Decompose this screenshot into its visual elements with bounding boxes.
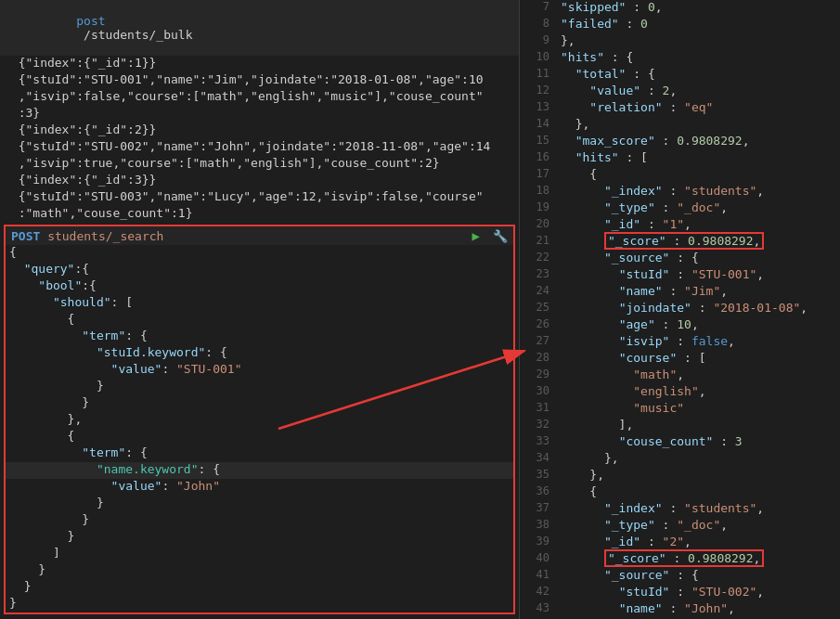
r1-line-7: "value": "STU-001" bbox=[6, 362, 513, 379]
right-line-36: 36 { bbox=[520, 484, 840, 501]
r1-line-19: } bbox=[6, 562, 513, 579]
r1-line-15: } bbox=[6, 496, 513, 512]
r1-line-13: "name.keyword": { bbox=[6, 462, 513, 479]
right-line-27: 27 "isvip" : false, bbox=[520, 334, 840, 351]
r1-line-20: } bbox=[6, 579, 513, 596]
right-line-10: 10 "hits" : { bbox=[520, 50, 840, 67]
request1-content: { "query":{ "bool":{ "should": [ { bbox=[6, 245, 513, 613]
request1-title: POST students/_search bbox=[11, 229, 163, 243]
right-line-22: 22 "_source" : { bbox=[520, 251, 840, 267]
r1-line-9: } bbox=[6, 395, 513, 412]
bulk-line-5: {"index":{"_id":2}} bbox=[0, 123, 519, 139]
right-line-38: 38 "_type" : "_doc", bbox=[520, 518, 840, 535]
right-line-8: 8 "failed" : 0 bbox=[520, 17, 840, 33]
right-line-42: 42 "stuId" : "STU-002", bbox=[520, 585, 840, 601]
r1-line-8: } bbox=[6, 379, 513, 395]
r1-line-14: "value": "John" bbox=[6, 479, 513, 496]
bulk-line-7: ,"isvip":true,"course":["math","english"… bbox=[0, 156, 519, 173]
r1-line-1: "query":{ bbox=[6, 262, 513, 278]
bulk-line-6: {"stuId":"STU-002","name":"John","joinda… bbox=[0, 139, 519, 156]
right-line-34: 34 }, bbox=[520, 451, 840, 468]
right-line-11: 11 "total" : { bbox=[520, 67, 840, 84]
r1-line-0: { bbox=[6, 245, 513, 262]
r1-line-16: } bbox=[6, 512, 513, 529]
right-line-35: 35 }, bbox=[520, 468, 840, 484]
right-line-21: 21 "_score" : 0.9808292, bbox=[520, 234, 840, 251]
score-box-2: "_score" : 0.9808292, bbox=[604, 549, 764, 567]
right-line-37: 37 "_index" : "students", bbox=[520, 501, 840, 518]
request1-header: POST students/_search ▶ 🔧 bbox=[6, 226, 513, 245]
bulk-line-10: :"math","couse_count":1} bbox=[0, 206, 519, 223]
bulk-section: post /students/_bulk {"index":{"_id":1}}… bbox=[0, 0, 519, 223]
right-line-30: 30 "english", bbox=[520, 384, 840, 401]
right-line-14: 14 }, bbox=[520, 117, 840, 134]
right-line-31: 31 "music" bbox=[520, 401, 840, 418]
settings-icon[interactable]: 🔧 bbox=[493, 229, 508, 243]
right-line-17: 17 { bbox=[520, 167, 840, 184]
r1-line-6: "stuId.keyword": { bbox=[6, 345, 513, 362]
r1-line-21: } bbox=[6, 596, 513, 613]
right-line-43: 43 "name" : "John", bbox=[520, 601, 840, 618]
method-post: post bbox=[76, 14, 105, 28]
right-line-18: 18 "_index" : "students", bbox=[520, 184, 840, 200]
bulk-line-2: {"stuId":"STU-001","name":"Jim","joindat… bbox=[0, 72, 519, 89]
bulk-line-9: {"stuId":"STU-003","name":"Lucy","age":1… bbox=[0, 189, 519, 206]
r1-line-3: "should": [ bbox=[6, 295, 513, 312]
bulk-header-line: post /students/_bulk bbox=[0, 0, 519, 56]
toolbar-icons: ▶ 🔧 bbox=[472, 228, 508, 243]
right-line-33: 33 "couse_count" : 3 bbox=[520, 434, 840, 451]
right-line-12: 12 "value" : 2, bbox=[520, 84, 840, 100]
r1-line-12: "term": { bbox=[6, 445, 513, 462]
right-line-23: 23 "stuId" : "STU-001", bbox=[520, 267, 840, 284]
score-box-1: "_score" : 0.9808292, bbox=[604, 232, 764, 250]
right-line-29: 29 "math", bbox=[520, 368, 840, 384]
left-panel: post /students/_bulk {"index":{"_id":1}}… bbox=[0, 0, 520, 619]
request1-url: students/_search bbox=[47, 229, 163, 243]
bulk-line-4: :3} bbox=[0, 106, 519, 123]
bulk-line-3: ,"isvip":false,"course":["math","english… bbox=[0, 89, 519, 106]
right-line-19: 19 "_type" : "_doc", bbox=[520, 200, 840, 217]
right-line-24: 24 "name" : "Jim", bbox=[520, 284, 840, 301]
right-line-40: 40 "_score" : 0.9808292, bbox=[520, 551, 840, 568]
right-line-41: 41 "_source" : { bbox=[520, 568, 840, 585]
r1-line-18: ] bbox=[6, 546, 513, 562]
right-line-28: 28 "course" : [ bbox=[520, 351, 840, 368]
r1-line-10: }, bbox=[6, 412, 513, 429]
r1-line-17: } bbox=[6, 529, 513, 546]
r1-line-4: { bbox=[6, 312, 513, 329]
right-line-16: 16 "hits" : [ bbox=[520, 150, 840, 167]
right-line-13: 13 "relation" : "eq" bbox=[520, 100, 840, 117]
method-post-1: POST bbox=[11, 229, 40, 243]
r1-line-5: "term": { bbox=[6, 329, 513, 345]
right-line-15: 15 "max_score" : 0.9808292, bbox=[520, 134, 840, 150]
right-line-7: 7 "skipped" : 0, bbox=[520, 0, 840, 17]
r1-line-2: "bool":{ bbox=[6, 278, 513, 295]
bulk-url: /students/_bulk bbox=[76, 28, 192, 42]
right-panel: 7 "skipped" : 0, 8 "failed" : 0 9 }, 10 … bbox=[520, 0, 840, 619]
bulk-line-1: {"index":{"_id":1}} bbox=[0, 56, 519, 72]
bulk-line-8: {"index":{"_id":3}} bbox=[0, 173, 519, 189]
right-line-9: 9 }, bbox=[520, 33, 840, 50]
request1-box: POST students/_search ▶ 🔧 { "query":{ "b… bbox=[4, 225, 515, 614]
run-button[interactable]: ▶ bbox=[472, 228, 480, 243]
r1-line-11: { bbox=[6, 429, 513, 445]
main-container: post /students/_bulk {"index":{"_id":1}}… bbox=[0, 0, 840, 619]
right-line-25: 25 "joindate" : "2018-01-08", bbox=[520, 301, 840, 317]
right-line-26: 26 "age" : 10, bbox=[520, 317, 840, 334]
right-line-32: 32 ], bbox=[520, 418, 840, 434]
